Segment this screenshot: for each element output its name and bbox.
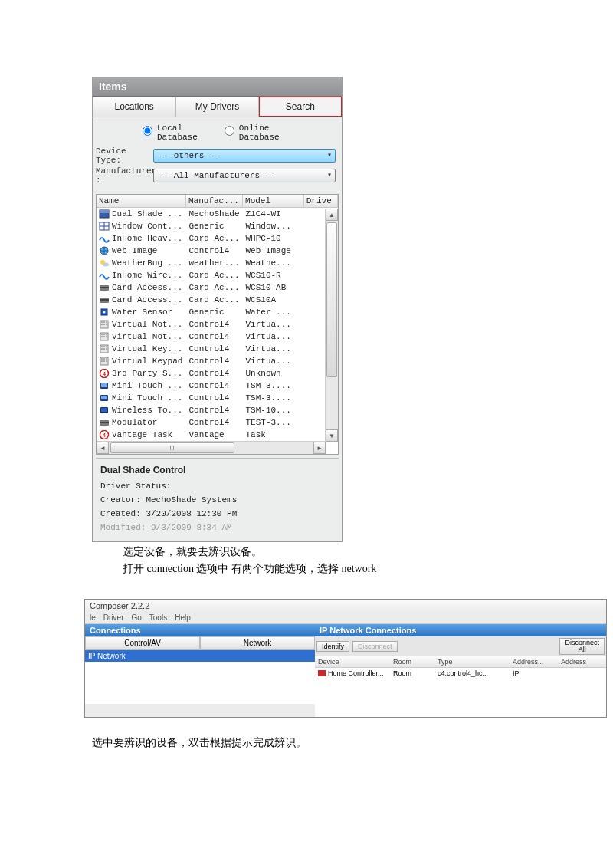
table-row[interactable]: 4Vantage TaskVantageTask <box>97 429 338 441</box>
tab-search[interactable]: Search <box>259 97 342 117</box>
table-row[interactable]: Water SensorGenericWater ... <box>97 306 338 318</box>
wireless-icon <box>99 406 110 415</box>
svg-rect-9 <box>100 287 109 288</box>
scroll-left-button[interactable]: ◄ <box>97 442 109 454</box>
table-row[interactable]: Virtual KeypadControl4Virtua... <box>97 355 338 367</box>
tab-strip: Locations My Drivers Search <box>93 97 342 117</box>
svg-rect-16 <box>103 321 105 323</box>
row-name: Card Access... <box>112 283 182 292</box>
menu-file[interactable]: le <box>90 613 96 622</box>
svg-rect-51 <box>100 422 109 423</box>
menu-driver[interactable]: Driver <box>103 613 124 622</box>
row-model: Virtua... <box>244 330 305 343</box>
table-row[interactable]: Window Cont...GenericWindow... <box>97 220 338 232</box>
row-name: Vantage Task <box>112 430 172 439</box>
manufacturer-select[interactable]: -- All Manufacturers -- <box>153 169 336 182</box>
keypad-icon <box>99 357 110 366</box>
ip-network-panel: IP Network Connections Identify Disconne… <box>315 624 606 717</box>
ip-row-device: Home Controller... <box>328 669 384 677</box>
svg-rect-19 <box>103 324 105 325</box>
radio-local-database[interactable]: Local Database <box>139 123 198 142</box>
row-model: Virtua... <box>244 318 305 330</box>
svg-rect-24 <box>106 334 107 335</box>
menu-go[interactable]: Go <box>131 613 141 622</box>
svg-rect-36 <box>101 358 103 360</box>
svg-point-7 <box>103 263 109 267</box>
menu-help[interactable]: Help <box>175 613 191 622</box>
row-name: Virtual Keypad <box>112 357 182 366</box>
disconnect-button[interactable]: Disconnect <box>352 641 398 652</box>
row-name: Wireless To... <box>112 406 182 415</box>
horizontal-scrollbar[interactable]: ◄ ► <box>97 441 326 454</box>
table-row[interactable]: Virtual Not...Control4Virtua... <box>97 318 338 330</box>
table-row[interactable]: Virtual Not...Control4Virtua... <box>97 330 338 343</box>
scroll-right-button[interactable]: ► <box>313 442 326 454</box>
row-name: Mini Touch ... <box>112 381 182 390</box>
row-manufacturer: Control4 <box>186 392 243 404</box>
ip-col-type[interactable]: Type <box>434 656 510 667</box>
ip-table-row[interactable]: Home Controller... Room c4:control4_hc..… <box>315 668 606 679</box>
device-type-select[interactable]: -- others -- <box>153 149 336 163</box>
ip-row-addrtype: IP <box>510 668 558 679</box>
ip-col-room[interactable]: Room <box>390 656 434 667</box>
tab-controlav[interactable]: Control/AV <box>85 636 200 649</box>
disconnect-all-button[interactable]: Disconnect All <box>559 638 605 655</box>
ip-row-room: Room <box>390 668 434 679</box>
detail-created: Created: 3/20/2008 12:30 PM <box>100 509 334 518</box>
row-manufacturer: Card Ac... <box>186 269 243 281</box>
table-row[interactable]: InHome Wire...Card Ac...WCS10-R <box>97 269 338 281</box>
col-manufacturer[interactable]: Manufac... <box>186 195 243 207</box>
table-row[interactable]: Card Access...Card Ac...WCS10A <box>97 294 338 306</box>
tab-network[interactable]: Network <box>200 636 315 649</box>
ip-col-address[interactable]: Address <box>558 656 606 667</box>
row-model: Water ... <box>244 306 305 318</box>
scroll-thumb-v[interactable] <box>326 222 337 377</box>
scroll-up-button[interactable]: ▲ <box>326 209 338 221</box>
scroll-down-button[interactable]: ▼ <box>326 429 338 442</box>
radio-local-input[interactable] <box>143 126 152 136</box>
table-row[interactable]: InHome Heav...Card Ac...WHPC-10 <box>97 232 338 245</box>
table-row[interactable]: Mini Touch ...Control4TSM-3.... <box>97 380 338 392</box>
table-row[interactable]: 43rd Party S...Control4Unknown <box>97 367 338 380</box>
radio-local-label: Local Database <box>157 123 198 142</box>
table-row[interactable]: Mini Touch ...Control4TSM-3.... <box>97 392 338 404</box>
col-model[interactable]: Model <box>243 195 304 207</box>
table-row[interactable]: ModulatorControl4TEST-3... <box>97 416 338 429</box>
menu-tools[interactable]: Tools <box>149 613 167 622</box>
table-row[interactable]: WeatherBug ...weather...Weathe... <box>97 257 338 269</box>
table-row[interactable]: Dual Shade ...MechoShadeZ1C4-WI <box>97 208 338 220</box>
svg-rect-45 <box>101 383 107 387</box>
svg-rect-26 <box>103 336 105 337</box>
table-row[interactable]: Wireless To...Control4TSM-10... <box>97 404 338 416</box>
table-row[interactable]: Card Access...Card Ac...WCS10-AB <box>97 281 338 294</box>
row-model: Task <box>244 429 305 441</box>
detail-creator: Creator: MechoShade Systems <box>100 495 334 505</box>
identify-button[interactable]: Identify <box>316 641 349 652</box>
table-header: Name Manufac... Model Drive <box>97 195 338 208</box>
table-row[interactable]: Virtual Key...Control4Virtua... <box>97 343 338 355</box>
row-manufacturer: Control4 <box>186 404 243 416</box>
device-icon <box>318 670 326 676</box>
ip-col-device[interactable]: Device <box>315 656 390 667</box>
tab-my-drivers[interactable]: My Drivers <box>175 97 258 117</box>
keypad-icon <box>99 332 110 341</box>
svg-rect-23 <box>103 334 105 335</box>
tab-locations[interactable]: Locations <box>93 97 175 117</box>
vertical-scrollbar[interactable]: ▲ ▼ <box>325 209 338 442</box>
row-model: Virtua... <box>244 343 305 355</box>
row-name: Water Sensor <box>112 307 172 317</box>
ip-col-addrtype[interactable]: Address... <box>510 656 558 667</box>
svg-rect-22 <box>101 334 103 335</box>
radio-online-input[interactable] <box>225 126 234 136</box>
connections-panel: Connections Control/AV Network IP Networ… <box>85 624 315 717</box>
row-name: Virtual Key... <box>112 344 182 353</box>
row-model: WCS10-R <box>244 269 305 281</box>
panel-title: Items <box>93 77 342 97</box>
table-row[interactable]: Web ImageControl4Web Image <box>97 245 338 257</box>
col-name[interactable]: Name <box>97 195 186 207</box>
radio-online-database[interactable]: Online Database <box>221 123 280 142</box>
list-item-ip-network[interactable]: IP Network <box>85 650 315 662</box>
scroll-thumb-h[interactable] <box>110 442 234 453</box>
c4-icon: 4 <box>99 369 110 378</box>
col-driver[interactable]: Drive <box>304 195 338 207</box>
